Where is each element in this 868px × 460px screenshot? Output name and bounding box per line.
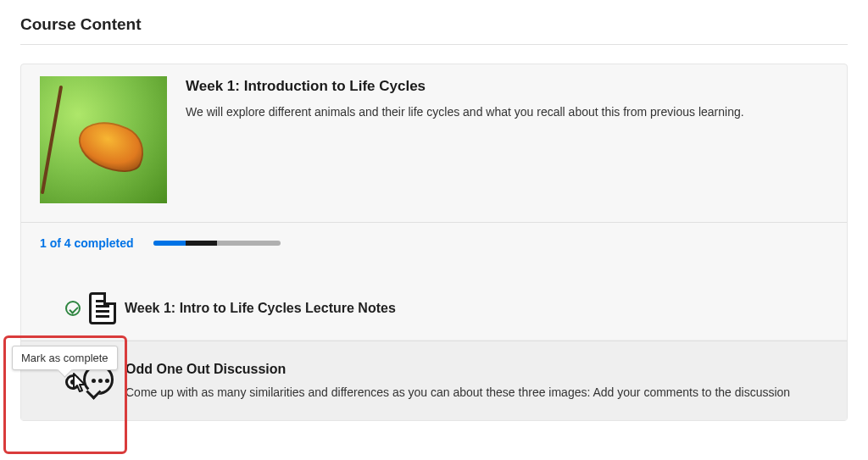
module-card: Week 1: Introduction to Life Cycles We w… bbox=[20, 64, 848, 421]
content-item-discussion[interactable]: Odd One Out Discussion Come up with as m… bbox=[21, 341, 847, 420]
document-icon bbox=[89, 292, 116, 324]
progress-label: 1 of 4 completed bbox=[40, 236, 133, 250]
divider bbox=[20, 44, 848, 45]
tooltip-mark-complete: Mark as complete bbox=[12, 346, 118, 370]
content-item-title: Week 1: Intro to Life Cycles Lecture Not… bbox=[125, 301, 396, 316]
content-item-description: Come up with as many similarities and di… bbox=[125, 384, 828, 402]
content-item-lecture-notes[interactable]: Week 1: Intro to Life Cycles Lecture Not… bbox=[21, 263, 847, 341]
content-item-title: Odd One Out Discussion bbox=[125, 362, 828, 377]
tooltip-text: Mark as complete bbox=[21, 352, 108, 364]
progress-bar bbox=[153, 241, 281, 246]
module-description: We will explore different animals and th… bbox=[186, 103, 828, 121]
page-title: Course Content bbox=[20, 15, 848, 34]
module-title: Week 1: Introduction to Life Cycles bbox=[186, 78, 828, 95]
progress-row: 1 of 4 completed bbox=[21, 222, 847, 263]
module-header[interactable]: Week 1: Introduction to Life Cycles We w… bbox=[21, 64, 847, 222]
completed-check-icon bbox=[65, 301, 81, 316]
module-thumbnail bbox=[40, 76, 167, 203]
